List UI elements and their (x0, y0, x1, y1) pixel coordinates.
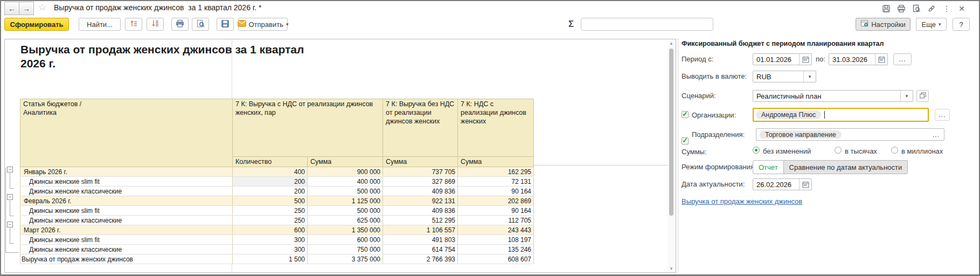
org-checkbox[interactable]: ✓ (682, 111, 689, 118)
cell-sum[interactable]: 625 000 (308, 216, 383, 225)
cell-sum[interactable]: 1 125 000 (308, 196, 383, 206)
dept-choose-button[interactable]: ... (933, 131, 944, 139)
cell-sum[interactable]: 409 836 (383, 206, 458, 216)
cell-sum[interactable]: 600 000 (308, 235, 383, 245)
chevron-down-icon[interactable]: ▾ (803, 71, 816, 82)
cell-sum[interactable]: 327 869 (383, 177, 458, 187)
dept-tag[interactable]: Торговое направление (760, 130, 842, 139)
collapse-group-button[interactable]: − (7, 194, 13, 200)
cell-sum[interactable]: 90 164 (458, 187, 534, 196)
row-label[interactable]: Джинсы женские классические (20, 187, 233, 196)
cell-sum[interactable]: 400 000 (308, 177, 383, 187)
collapse-groups-button[interactable] (147, 18, 164, 31)
row-label[interactable]: Февраль 2026 г. (20, 196, 233, 206)
close-icon[interactable]: ✕ (957, 4, 967, 13)
radio-thousands[interactable] (835, 147, 842, 154)
cell-sum[interactable]: 243 443 (458, 225, 534, 235)
generate-button[interactable]: Сформировать (4, 18, 69, 31)
cell-sum[interactable]: 614 754 (383, 245, 458, 254)
cell-qty[interactable]: 200 (233, 187, 308, 196)
scrollbar-thumb[interactable] (669, 49, 673, 216)
radio-thousands-label[interactable]: в тысячах (845, 147, 877, 155)
find-button[interactable]: Найти... (79, 18, 121, 31)
radio-millions-label[interactable]: в миллионах (901, 147, 943, 155)
scroll-down-arrow[interactable]: ▼ (668, 266, 675, 271)
org-field[interactable]: Андромеда Плюс (753, 108, 929, 122)
cell-qty[interactable]: 500 (233, 196, 308, 206)
mode-compare-button[interactable]: Сравнение по датам актуальности (783, 160, 908, 174)
cell-qty[interactable]: 1 500 (233, 254, 308, 264)
cell-sum[interactable]: 922 131 (383, 196, 458, 206)
actual-date-field[interactable]: 26.02.2026 (753, 178, 812, 190)
cell-qty[interactable]: 250 (233, 216, 308, 225)
cell-sum[interactable]: 112 705 (458, 216, 534, 225)
mode-report-button[interactable]: Отчет (753, 160, 784, 174)
cell-qty[interactable]: 600 (233, 225, 308, 235)
save-icon[interactable] (881, 4, 891, 13)
period-from-field[interactable]: 01.01.2026 (753, 53, 812, 65)
cell-qty[interactable]: 250 (233, 206, 308, 216)
back-button[interactable]: ← (4, 2, 19, 15)
row-label[interactable]: Джинсы женские классические (20, 245, 233, 254)
send-button[interactable]: Отправить ▾ (238, 18, 288, 31)
radio-no-change-label[interactable]: без изменений (763, 147, 811, 155)
cell-qty-selected[interactable]: 200 (233, 177, 308, 187)
scenario-field[interactable]: Реалистичный план ▾ (753, 90, 913, 102)
cell-sum[interactable]: 491 803 (383, 235, 458, 245)
cell-sum[interactable]: 737 705 (383, 167, 458, 177)
settings-button[interactable]: Настройки (856, 18, 911, 31)
radio-no-change[interactable] (753, 147, 760, 154)
expand-groups-button[interactable] (125, 18, 142, 31)
print-icon[interactable] (896, 4, 906, 13)
cell-qty[interactable]: 300 (233, 235, 308, 245)
cell-sum[interactable]: 512 295 (383, 216, 458, 225)
radio-millions[interactable] (891, 147, 898, 154)
autosum-field[interactable] (581, 18, 713, 31)
vertical-scrollbar[interactable]: ▲ ▼ (668, 40, 676, 272)
more-dots-icon[interactable]: ⋮ (942, 4, 951, 13)
help-button[interactable]: ? (953, 18, 970, 31)
cell-sum[interactable]: 162 295 (458, 167, 534, 177)
row-label[interactable]: Джинсы женские slim fit (20, 206, 233, 216)
cell-qty[interactable]: 400 (233, 167, 308, 177)
period-choose-button[interactable]: ... (893, 53, 912, 65)
cell-sum[interactable]: 750 000 (308, 245, 383, 254)
row-label[interactable]: Январь 2026 г. (20, 167, 233, 177)
row-label[interactable]: Выручка от продаж женских джинсов (20, 254, 233, 264)
print-button[interactable] (171, 18, 189, 31)
org-choose-button[interactable]: ... (935, 109, 950, 121)
cell-sum[interactable]: 135 246 (458, 245, 534, 254)
scroll-up-arrow[interactable]: ▲ (668, 41, 675, 46)
panel-splitter[interactable] (678, 39, 678, 273)
cell-sum[interactable]: 500 000 (308, 206, 383, 216)
currency-field[interactable]: RUB ▾ (753, 71, 816, 82)
more-button[interactable]: Еще ▾ (916, 18, 947, 31)
cell-sum[interactable]: 2 766 393 (383, 254, 458, 264)
cell-sum[interactable]: 72 131 (458, 177, 534, 187)
link-icon[interactable] (927, 4, 936, 13)
row-label[interactable]: Джинсы женские классические (20, 216, 233, 225)
forward-button[interactable]: → (19, 2, 34, 15)
preview-icon[interactable] (912, 4, 921, 13)
cell-sum[interactable]: 3 375 000 (308, 254, 383, 264)
row-label[interactable]: Март 2026 г. (20, 225, 233, 235)
cell-sum[interactable]: 108 197 (458, 235, 534, 245)
cell-sum[interactable]: 90 164 (458, 206, 534, 216)
cell-sum[interactable]: 1 106 557 (383, 225, 458, 235)
cell-sum[interactable]: 202 869 (458, 196, 534, 206)
cell-qty[interactable]: 300 (233, 245, 308, 254)
period-to-field[interactable]: 31.03.2026 (829, 53, 888, 65)
row-label[interactable]: Джинсы женские slim fit (20, 177, 233, 187)
calendar-icon[interactable] (799, 54, 811, 65)
report-variant-link[interactable]: Выручка от продаж женских джинсов (682, 197, 802, 205)
cell-sum[interactable]: 900 000 (308, 167, 383, 177)
cell-sum[interactable]: 1 350 000 (308, 225, 383, 235)
cell-sum[interactable]: 409 836 (383, 187, 458, 196)
collapse-group-button[interactable]: − (7, 167, 13, 172)
print-preview-button[interactable] (192, 18, 209, 31)
chevron-down-icon[interactable]: ▾ (900, 91, 913, 101)
org-tag[interactable]: Андромеда Плюс (756, 111, 821, 119)
scenario-open-button[interactable] (916, 90, 929, 102)
favorite-star-icon[interactable]: ☆ (38, 2, 46, 13)
save-result-button[interactable] (217, 18, 234, 31)
